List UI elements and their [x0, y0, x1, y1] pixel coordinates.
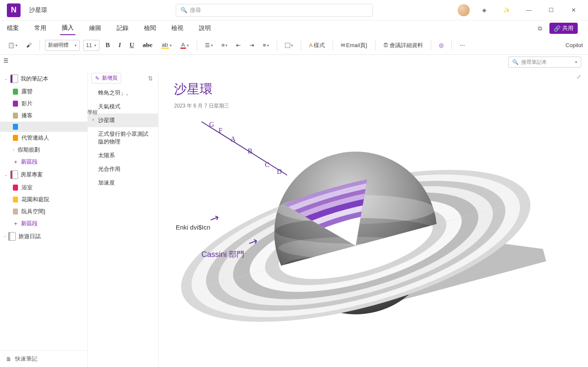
magic-wand-icon[interactable]: ✨ — [499, 3, 514, 18]
section-color-tab — [13, 135, 18, 141]
page-item[interactable]: 天氣模式 — [88, 100, 158, 113]
minimize-button[interactable]: — — [521, 3, 537, 18]
plus-icon: ＋ — [13, 220, 18, 227]
plus-icon: ＋ — [13, 158, 18, 166]
page-item[interactable]: 沙星環 — [88, 113, 158, 127]
window-title: 沙星環 — [29, 6, 47, 14]
indent-button[interactable]: ⇥ — [247, 40, 257, 50]
search-icon: 🔍 — [512, 59, 519, 65]
more-button[interactable]: ⋯ — [457, 40, 468, 50]
close-button[interactable]: ✕ — [566, 3, 581, 18]
font-name-select[interactable]: 新細明體▾ — [45, 40, 80, 51]
ribbon-toolbar: 📋▾ 🖌 新細明體▾ 11▾ B I U abc ab▾ A▾ ☰▾ ≡▾ ⇤ … — [0, 36, 588, 55]
strikethrough-button[interactable]: abc — [140, 40, 155, 51]
section-item[interactable]: ›假期規劃 — [0, 144, 87, 156]
italic-button[interactable]: I — [116, 40, 123, 51]
paste-button[interactable]: 📋▾ — [5, 40, 20, 50]
format-painter-button[interactable]: 🖌 — [24, 40, 34, 50]
section-item[interactable]: 浴室 — [0, 182, 87, 194]
section-item[interactable]: 露營 — [0, 86, 87, 98]
quick-notes-button[interactable]: 🗎快速筆記 — [0, 350, 87, 367]
notebook-2[interactable]: ›旅遊日誌 — [0, 230, 87, 243]
font-size-select[interactable]: 11▾ — [83, 40, 99, 51]
sort-pages-button[interactable]: ⇅ — [146, 73, 155, 84]
chevron-right-icon: › — [13, 148, 14, 152]
add-section-button[interactable]: ＋新區段 — [0, 218, 87, 230]
title-bar: N 沙星環 🔍 搜尋 ◈ ✨ — ☐ ✕ — [0, 0, 588, 21]
ribbon-tab-2[interactable]: 插入 — [60, 21, 75, 35]
ribbon-tab-3[interactable]: 繪圖 — [87, 22, 103, 35]
page-content[interactable]: ⤢ 沙星環 2023 年 6 月 7 日星期三 — [159, 70, 588, 367]
ring-label-a: A — [231, 135, 236, 143]
email-page-button[interactable]: ✉ Email頁] — [338, 40, 370, 51]
section-item[interactable]: 代管連絡人 — [0, 132, 87, 144]
section-color-tab — [13, 124, 18, 130]
notebook-1[interactable]: ⌄房屋專案 — [0, 168, 87, 182]
notebook-icon — [10, 75, 18, 83]
chevron-down-icon: ▾ — [575, 60, 577, 64]
bullets-button[interactable]: ☰▾ — [202, 40, 216, 50]
search-placeholder: 搜尋 — [190, 6, 201, 14]
add-section-button[interactable]: ＋新區段 — [0, 156, 87, 168]
copilot-label[interactable]: Copilot — [566, 42, 583, 48]
section-color-tab — [13, 197, 18, 203]
ribbon-tab-6[interactable]: 檢視 — [170, 22, 185, 35]
page-item[interactable]: 光合作用 — [88, 162, 158, 176]
ribbon-tab-0[interactable]: 檔案 — [5, 22, 21, 35]
outdent-button[interactable]: ⇤ — [234, 40, 243, 50]
annotation-cassini: Cassini 部門 — [201, 249, 244, 260]
ribbon-tab-5[interactable]: 檢閱 — [142, 22, 158, 35]
page-title[interactable]: 沙星環 — [174, 81, 573, 98]
page-item[interactable]: 蜂鳥之羽」。 — [88, 86, 158, 100]
section-color-tab — [13, 209, 18, 215]
add-page-icon: ✎ — [95, 75, 99, 81]
ribbon-tab-4[interactable]: 記錄 — [115, 22, 130, 35]
meeting-details-button[interactable]: 🗓 會議詳細資料 — [381, 40, 426, 51]
user-avatar[interactable] — [458, 4, 470, 16]
main-area: ☰ 🔍搜尋筆記本 ▾ ⌄我的筆記本露營影片播客代管連絡人›假期規劃＋新區段⌄房屋… — [0, 55, 588, 367]
saturn-illustration: G F A B C D ↗ Enki dvi$Icn ↗ Cassini 部門 — [176, 113, 561, 367]
ribbon-tab-7[interactable]: 說明 — [197, 22, 213, 35]
underline-button[interactable]: U — [127, 40, 137, 51]
numbering-button[interactable]: ≡▾ — [219, 40, 231, 50]
popout-icon[interactable]: ⧉ — [534, 22, 546, 34]
school-label: 學校 — [87, 109, 98, 116]
page-item[interactable]: 太陽系 — [88, 149, 158, 162]
chevron-icon: › — [4, 234, 6, 239]
section-item[interactable]: 影片 — [0, 98, 87, 110]
section-item[interactable]: 播客 — [0, 110, 87, 122]
expand-page-button[interactable]: ⤢ — [576, 74, 581, 80]
tag-button[interactable]: ▾ — [282, 41, 296, 50]
search-notebooks-input[interactable]: 🔍搜尋筆記本 ▾ — [508, 57, 581, 68]
page-item[interactable]: 加速度 — [88, 176, 158, 190]
section-item[interactable] — [0, 122, 87, 132]
page-date: 2023 年 6 月 7 日星期三 — [174, 102, 573, 110]
add-page-button[interactable]: ✎ 新增頁 — [91, 73, 121, 84]
section-color-tab — [13, 89, 18, 95]
notebook-icon — [8, 232, 16, 241]
styles-button[interactable]: A樣式 — [306, 40, 327, 51]
nav-toggle-button[interactable]: ☰ — [3, 57, 9, 64]
ribbon-tabs: 檔案常用插入繪圖記錄檢閱檢視說明 ⧉ 🔗 共用 — [0, 21, 588, 36]
chevron-icon: ⌄ — [4, 77, 8, 81]
app-icon: N — [7, 3, 21, 17]
share-button[interactable]: 🔗 共用 — [549, 23, 578, 34]
annotation-encke: Enki dvi$Icn — [176, 224, 210, 231]
section-item[interactable]: 花園和庭院 — [0, 194, 87, 206]
highlight-button[interactable]: ab▾ — [159, 40, 174, 51]
page-item[interactable]: 正式發行前小眾測試版的物理 — [88, 127, 158, 149]
ribbon-tab-1[interactable]: 常用 — [33, 22, 48, 35]
notebook-0[interactable]: ⌄我的筆記本 — [0, 72, 87, 86]
loop-button[interactable]: ◎ — [436, 40, 446, 50]
section-item[interactable]: 阮具空間] — [0, 206, 87, 218]
align-button[interactable]: ≡▾ — [260, 40, 272, 50]
share-icon: 🔗 — [554, 25, 561, 32]
search-box[interactable]: 🔍 搜尋 — [176, 4, 373, 17]
bold-button[interactable]: B — [103, 40, 112, 51]
premium-icon[interactable]: ◈ — [477, 3, 492, 18]
maximize-button[interactable]: ☐ — [543, 3, 559, 18]
ring-label-f: F — [219, 127, 222, 134]
ring-label-b: B — [248, 147, 252, 155]
page-list: ✎ 新增頁 ⇅ 蜂鳥之羽」。天氣模式沙星環正式發行前小眾測試版的物理太陽系光合作… — [88, 70, 159, 367]
font-color-button[interactable]: A▾ — [178, 40, 192, 51]
